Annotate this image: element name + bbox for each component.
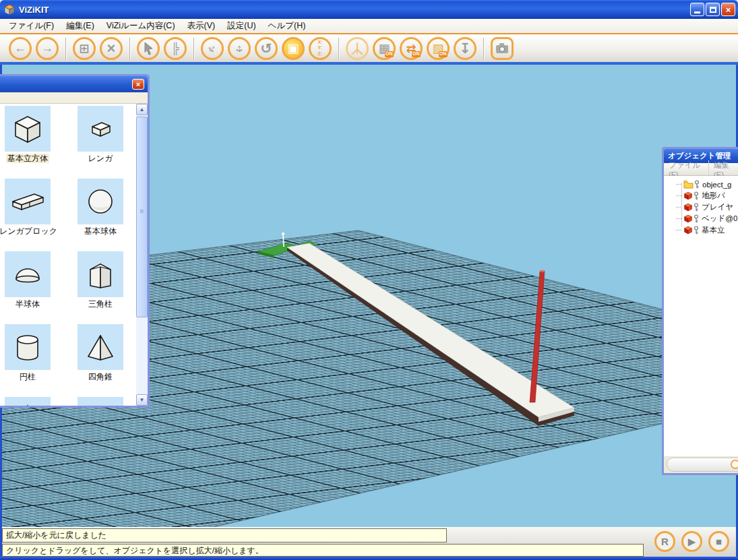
om-round-button[interactable] <box>731 460 738 469</box>
drop-arrow-icon: ↧ <box>459 40 471 57</box>
vizikit-app-window: { "window": { "title": "ViZiKIT", "close… <box>0 0 738 560</box>
menu-setting[interactable]: 設定(U) <box>221 19 262 33</box>
delete-icon: × <box>107 40 116 57</box>
palette-scrollbar[interactable]: ▲ ▼ <box>136 104 148 406</box>
palette-item-partial[interactable] <box>5 397 51 406</box>
delete-button[interactable]: × <box>100 37 123 60</box>
close-button[interactable]: × <box>721 3 735 16</box>
move-button[interactable]: ↔↕ <box>228 37 251 60</box>
palette-item-label: 基本球体 <box>72 226 129 236</box>
tree-item-player[interactable]: プレイヤ <box>664 201 738 213</box>
palette-item-label: レンガブロック <box>0 226 56 236</box>
menu-view[interactable]: 表示(V) <box>181 19 222 33</box>
tree-item-terrain[interactable]: 地形パ <box>664 190 738 201</box>
minimize-icon <box>694 11 700 13</box>
triangular-prism-icon <box>82 256 119 292</box>
shape-palette-window: × 基本立方体 レンガ レン <box>0 74 150 408</box>
duplicate-button[interactable]: ⊞ <box>73 37 96 60</box>
maximize-button[interactable] <box>706 3 720 16</box>
palette-close-button[interactable]: × <box>132 79 144 90</box>
palette-item-label: 基本立方体 <box>0 153 56 163</box>
app-icon <box>4 4 16 15</box>
move-icon: ↔↕ <box>230 39 249 58</box>
palette-item-brick[interactable] <box>78 106 123 152</box>
cylinder-icon <box>9 329 46 365</box>
stop-button[interactable]: ■ <box>708 531 729 552</box>
red-cube-icon <box>683 191 693 200</box>
move-free-icon: ↔↕ <box>199 35 226 62</box>
menu-help[interactable]: ヘルプ(H) <box>262 19 312 33</box>
tree-item-root[interactable]: object_g <box>664 179 738 190</box>
scroll-down-icon[interactable]: ▼ <box>136 394 148 406</box>
object-manager-menubar: ファイル(F) 編集(E) <box>664 163 738 176</box>
cube-icon <box>9 111 46 147</box>
axes-button[interactable] <box>346 37 369 60</box>
folder-icon <box>683 180 694 189</box>
toolbar-separator <box>193 38 194 59</box>
move-free-button[interactable]: ↔↕ <box>201 37 224 60</box>
transport-controls: R ▶ ■ <box>654 531 729 552</box>
palette-item-label: レンガ <box>72 153 129 163</box>
status-message: 拡大/縮小を元に戻しました <box>2 528 447 542</box>
object-manager-window: オブジェクト管理 ファイル(F) 編集(E) object_g <box>662 147 738 475</box>
rotate-icon: ↺ <box>260 40 272 57</box>
coordinates-button[interactable]: X: Y: Z: <box>309 37 332 60</box>
palette-item-partial[interactable] <box>78 397 123 406</box>
scale-button[interactable]: ▣ <box>282 37 305 60</box>
hierarchy-button[interactable]: ╠ <box>164 37 187 60</box>
grid-toggle-button[interactable]: ▦ ON <box>373 37 396 60</box>
snap-on-badge: ON <box>412 51 421 57</box>
palette-item-triangular-prism[interactable] <box>78 251 123 297</box>
brick-block-icon <box>9 183 46 220</box>
select-button[interactable] <box>137 37 160 60</box>
app-title: ViZiKIT <box>19 5 49 15</box>
menu-bar: ファイル(F) 編集(E) ViZiルーム内容(C) 表示(V) 設定(U) ヘ… <box>0 19 738 33</box>
menu-edit[interactable]: 編集(E) <box>60 19 100 33</box>
camera-icon <box>495 42 510 55</box>
hierarchy-icon: ╠ <box>171 42 179 55</box>
scale-icon: ▣ <box>287 41 299 56</box>
snap-toggle-button[interactable]: ⇄ ON <box>400 37 423 60</box>
palette-title-bar[interactable]: × <box>0 76 148 92</box>
box-toggle-button[interactable]: ▧ ON <box>427 37 450 60</box>
key-icon <box>693 214 700 223</box>
minimize-button[interactable] <box>690 3 704 16</box>
cursor-icon <box>142 41 155 56</box>
drop-button[interactable]: ↧ <box>454 37 476 60</box>
tree-item-bed[interactable]: ベッド@0 <box>664 213 738 224</box>
menu-room[interactable]: ViZiルーム内容(C) <box>100 19 181 33</box>
palette-item-label: 半球体 <box>0 299 56 309</box>
reset-button[interactable]: R <box>654 531 675 552</box>
tree-item-label: 基本立 <box>702 225 725 235</box>
palette-item-pyramid[interactable] <box>78 324 123 370</box>
scroll-up-icon[interactable]: ▲ <box>136 104 148 115</box>
palette-item-label: 三角柱 <box>72 299 129 309</box>
main-toolbar: ← → ⊞ × ╠ ↔↕ ↔↕ ↺ ▣ X: Y: Z: ▦ ON ⇄ ON ▧… <box>0 34 738 62</box>
menu-file[interactable]: ファイル(F) <box>3 19 60 33</box>
rotate-button[interactable]: ↺ <box>255 37 278 60</box>
palette-item-brick-block[interactable] <box>5 179 51 224</box>
tree-item-cube[interactable]: 基本立 <box>664 224 738 236</box>
ellipse-shape-icon <box>82 402 119 406</box>
window-frame-bottom <box>0 557 738 560</box>
title-bar[interactable]: ViZiKIT × <box>0 0 738 19</box>
axes-icon <box>350 41 365 56</box>
key-icon <box>693 226 700 235</box>
palette-item-cube[interactable] <box>5 106 51 152</box>
toolbar-separator <box>338 38 339 59</box>
tree-item-label: 地形パ <box>702 191 725 201</box>
palette-item-hemisphere[interactable] <box>5 251 51 297</box>
play-button[interactable]: ▶ <box>681 531 702 552</box>
forward-button[interactable]: → <box>36 37 59 60</box>
maximize-icon <box>710 7 716 13</box>
camera-button[interactable] <box>491 37 514 60</box>
palette-item-sphere[interactable] <box>78 179 123 224</box>
toolbar-separator <box>65 38 66 59</box>
palette-item-label: 四角錐 <box>72 371 129 381</box>
brick-icon <box>82 111 119 147</box>
palette-item-cylinder[interactable] <box>5 324 51 370</box>
back-button[interactable]: ← <box>9 37 32 60</box>
hemisphere-icon <box>9 256 46 292</box>
xyz-coordinates-icon: X: Y: Z: <box>318 40 323 56</box>
scrollbar-thumb[interactable] <box>136 117 148 317</box>
